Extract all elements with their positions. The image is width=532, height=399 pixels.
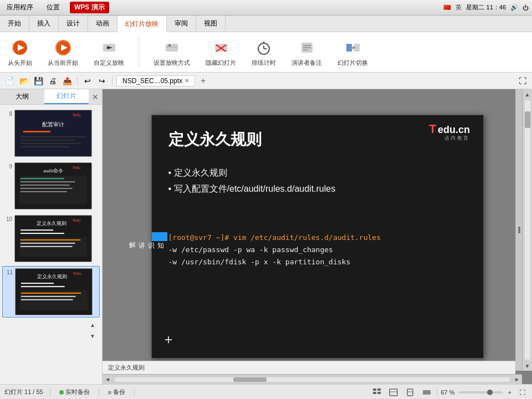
save-btn[interactable]: 💾 (32, 75, 44, 87)
menu-apps[interactable]: 应用程序 (3, 2, 37, 13)
fullscreen-btn[interactable]: ⛶ (516, 75, 529, 87)
backup-btn-2[interactable]: ≡ 备份 (106, 387, 127, 397)
svg-rect-55 (21, 296, 76, 297)
tab-insert[interactable]: 插入 (29, 16, 59, 32)
ribbon-btn-custom[interactable]: 自定义放映 (90, 37, 127, 68)
bullet-1: • 定义永久规则 (168, 165, 336, 181)
hide-slide-icon (211, 38, 231, 58)
add-content-btn[interactable]: ＋ (162, 330, 175, 348)
slide-area: ▲ ▼ ◄ ► T edu.cn 达 内 教 育 (103, 89, 532, 384)
horizontal-scrollbar[interactable]: ◄ ► (103, 374, 522, 384)
scroll-down-btn[interactable]: ▼ (523, 361, 533, 371)
scroll-thumb[interactable] (525, 111, 530, 128)
slide-logo: T edu.cn 达 内 教 育 (428, 121, 478, 142)
svg-rect-43 (21, 233, 64, 234)
ribbon-btn-from-current[interactable]: 从当前开始 (44, 37, 81, 68)
panel-tab-slides[interactable]: 幻灯片 (44, 89, 89, 104)
ribbon-btn-timer[interactable]: 排练计时 (248, 37, 279, 68)
timer-label: 排练计时 (252, 59, 276, 67)
play-from-current-icon (53, 38, 73, 58)
lang-label: 英 (456, 3, 462, 12)
svg-rect-68 (390, 389, 397, 396)
setup-label: 设置放映方式 (154, 59, 190, 67)
print-btn[interactable]: 🖨 (47, 75, 59, 87)
svg-rect-52 (21, 286, 65, 287)
slide-item-8[interactable]: 8 配置审计 Tedu (2, 108, 100, 158)
ribbon-btn-setup[interactable]: 设置放映方式 (150, 37, 193, 68)
view-btn-4[interactable] (420, 387, 433, 398)
svg-rect-27 (21, 140, 75, 141)
export-btn[interactable]: 📤 (61, 75, 73, 87)
grid-view-btn[interactable] (387, 387, 400, 398)
menu-position[interactable]: 位置 (43, 2, 63, 13)
notes-label: 演讲者备注 (291, 59, 322, 67)
slide-item-11[interactable]: 11 定义永久规则 Tedu (2, 266, 100, 318)
svg-rect-28 (21, 143, 80, 144)
tab-design[interactable]: 设计 (59, 16, 88, 32)
undo-btn[interactable]: ↩ (81, 75, 94, 87)
add-tab-btn[interactable]: + (197, 76, 209, 86)
vertical-scrollbar[interactable]: ▲ ▼ (522, 89, 532, 371)
slide-item-9[interactable]: 9 audit命令 Tedu (2, 161, 100, 211)
fullscreen-status-btn[interactable]: ⛶ (517, 388, 528, 397)
svg-rect-54 (21, 293, 81, 294)
tab-start[interactable]: 开始 (0, 16, 29, 32)
backup-btn[interactable]: 实时备份 (57, 387, 92, 397)
tab-animation[interactable]: 动画 (88, 16, 117, 32)
slide-note-text: 定义永久规则 (108, 364, 145, 372)
power-icon[interactable]: ⏻ (523, 4, 529, 11)
backup-indicator (59, 390, 64, 395)
normal-view-btn[interactable] (370, 387, 383, 398)
ribbon-btn-hide[interactable]: 隐藏幻灯片 (202, 37, 239, 68)
hide-label: 隐藏幻灯片 (206, 59, 236, 67)
svg-rect-56 (21, 299, 73, 300)
right-expand-btn[interactable] (515, 89, 522, 371)
ribbon-btn-notes[interactable]: 演讲者备注 (288, 37, 325, 68)
view-btn-3[interactable] (403, 387, 417, 398)
svg-rect-45 (21, 239, 80, 241)
panel-scroll-down[interactable]: ▼ (88, 331, 98, 341)
scroll-up-btn[interactable]: ▲ (523, 89, 533, 99)
status-sep-2 (99, 388, 99, 397)
svg-text:达 内 教 育: 达 内 教 育 (444, 135, 468, 141)
main-area: 大纲 幻灯片 ✕ 8 配置审计 Tedu (0, 89, 532, 384)
code-line-2: -w /etc/passwd -p wa -k passwd_changes (168, 244, 381, 256)
ribbon-btn-from-start[interactable]: 从头开始 (4, 37, 35, 68)
slide-item-10[interactable]: 10 定义永久规则 Tedu (2, 213, 100, 264)
svg-rect-37 (21, 188, 73, 189)
zoom-slider[interactable] (458, 391, 503, 393)
slide-num-10: 10 (3, 215, 12, 222)
svg-rect-72 (423, 390, 431, 395)
scroll-right-btn[interactable]: ► (512, 375, 522, 385)
panel-header: 大纲 幻灯片 ✕ (0, 89, 102, 105)
zoom-percent: 67 % (441, 389, 454, 396)
panel-scroll-up[interactable]: ▲ (88, 320, 98, 330)
svg-text:T: T (429, 122, 437, 136)
panel-close-btn[interactable]: ✕ (89, 91, 102, 103)
svg-rect-65 (377, 388, 381, 391)
scroll-left-btn[interactable]: ◄ (103, 375, 112, 385)
zoom-thumb[interactable] (487, 390, 493, 395)
slide-num-9: 9 (3, 162, 12, 170)
file-tab-close[interactable]: ✕ (185, 78, 189, 84)
backup-label: 实时备份 (65, 388, 90, 396)
ribbon-btn-transition[interactable]: 幻灯片切换 (334, 37, 371, 68)
panel-tab-outline[interactable]: 大纲 (0, 90, 44, 104)
tab-slideshow[interactable]: 幻灯片放映 (117, 16, 167, 32)
from-start-label: 从头开始 (8, 59, 32, 67)
volume-icon[interactable]: 🔊 (510, 4, 518, 11)
sep-1 (77, 76, 78, 86)
svg-rect-38 (21, 191, 67, 192)
h-scroll-thumb[interactable] (233, 377, 267, 382)
tab-review[interactable]: 审阅 (167, 16, 196, 32)
svg-rect-36 (21, 185, 70, 186)
file-tab-1[interactable]: NSD_SEC…05.pptx ✕ (116, 75, 195, 86)
zoom-in-btn[interactable]: + (506, 388, 514, 397)
new-btn[interactable]: 📄 (3, 75, 16, 87)
open-btn[interactable]: 📂 (18, 75, 30, 87)
redo-btn[interactable]: ↪ (96, 75, 108, 87)
slides-list: 8 配置审计 Tedu 9 (0, 105, 102, 384)
svg-text:配置审计: 配置审计 (42, 121, 64, 127)
tab-view[interactable]: 视图 (196, 16, 226, 32)
slide-code: [root@svr7 ~]# vim /etc/audit/rules.d/au… (168, 232, 381, 268)
